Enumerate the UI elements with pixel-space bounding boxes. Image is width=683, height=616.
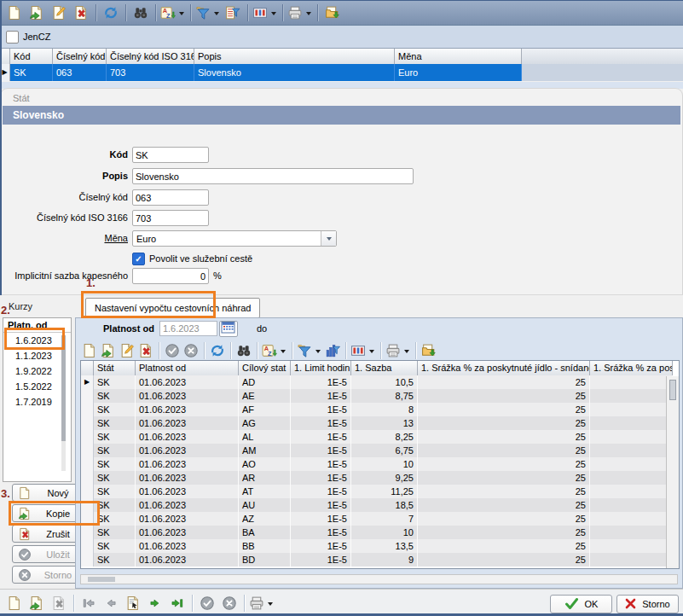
rates-cell[interactable]: 25	[418, 512, 590, 526]
rates-cell[interactable]: SK	[94, 416, 136, 430]
rates-row[interactable]: SK01.06.2023AL1E-58,2525	[81, 430, 679, 444]
kod-input[interactable]	[132, 147, 209, 163]
rates-cell[interactable]: 1E-5	[291, 403, 351, 416]
rates-cell[interactable]: AZ	[239, 512, 291, 526]
rates-cell[interactable]: 01.06.2023	[136, 553, 239, 567]
rates-cell[interactable]: 1E-5	[291, 389, 351, 403]
rates-cell[interactable]: 7	[351, 512, 418, 526]
rates-column-header[interactable]: 1. Srážka % za poskytnuté jídlo - snídan…	[418, 361, 590, 375]
rates-cell[interactable]: 01.06.2023	[136, 389, 239, 403]
rates-cell[interactable]: 25	[418, 553, 590, 567]
rates-cell[interactable]: 1E-5	[291, 539, 351, 553]
rates-cell[interactable]: 25	[418, 485, 590, 498]
rates-cell[interactable]: 01.06.2023	[136, 539, 239, 553]
new-document-button[interactable]	[3, 2, 26, 24]
delete-record-button[interactable]	[48, 592, 70, 614]
rates-column-header[interactable]: Platnost od	[136, 361, 239, 375]
rates-cell[interactable]: SK	[94, 471, 136, 485]
countries-column-header[interactable]: Číselný kód	[53, 49, 107, 64]
rates-cell[interactable]: 8,75	[351, 389, 418, 403]
rates-cell[interactable]: 9,25	[351, 471, 418, 485]
rates-cell[interactable]: SK	[94, 512, 136, 526]
rates-cell[interactable]: 13,5	[351, 539, 418, 553]
rates-cell[interactable]: 25	[418, 389, 590, 403]
rates-cell[interactable]: 25	[418, 375, 590, 389]
rates-cell[interactable]: BB	[239, 539, 291, 553]
rates-cell[interactable]: 1E-5	[291, 526, 351, 539]
rates-cell[interactable]: BA	[239, 526, 291, 539]
rates-cell[interactable]: 1E-5	[291, 471, 351, 485]
rates-row[interactable]: SK01.06.2023BD1E-5925	[81, 553, 679, 567]
rates-cell[interactable]: AF	[239, 403, 291, 416]
rates-column-header[interactable]: 1. Sazba	[351, 361, 418, 375]
filter-button[interactable]	[296, 341, 323, 360]
rates-cell[interactable]: 01.06.2023	[136, 498, 239, 512]
rates-cell[interactable]: 01.06.2023	[136, 471, 239, 485]
rates-row[interactable]: SK01.06.2023BA1E-51025	[81, 526, 679, 539]
rates-cell[interactable]	[590, 498, 673, 512]
rates-cell[interactable]: 18,5	[351, 498, 418, 512]
rates-cell[interactable]: 01.06.2023	[136, 512, 239, 526]
rates-row[interactable]: SK01.06.2023BB1E-513,525	[81, 539, 679, 553]
rates-cell[interactable]: AE	[239, 389, 291, 403]
rates-cell[interactable]	[590, 471, 673, 485]
rates-cell[interactable]	[590, 375, 673, 389]
copy-record-button[interactable]	[26, 592, 48, 614]
countries-cell[interactable]: Euro	[395, 64, 522, 81]
rates-row[interactable]: SK01.06.2023AE1E-58,7525	[81, 389, 679, 403]
jencz-checkbox[interactable]	[6, 31, 19, 44]
rates-cell[interactable]: BD	[239, 553, 291, 567]
print-button[interactable]	[287, 2, 314, 24]
rates-cell[interactable]: 13	[351, 416, 418, 430]
tab-kurzy[interactable]: Kurzy	[9, 301, 32, 311]
view-record-button[interactable]	[122, 592, 144, 614]
rates-row[interactable]: SK01.06.2023AF1E-5825	[81, 403, 679, 416]
countries-cell[interactable]: 703	[107, 64, 194, 81]
rates-cell[interactable]	[590, 430, 673, 444]
rates-cell[interactable]: 1E-5	[291, 485, 351, 498]
rates-cell[interactable]	[590, 457, 673, 471]
rates-cell[interactable]: 25	[418, 498, 590, 512]
rates-cell[interactable]: 01.06.2023	[136, 444, 239, 457]
ciselny-kod-input[interactable]	[132, 189, 209, 206]
export-button[interactable]	[321, 2, 344, 24]
rates-column-header[interactable]: 1. Srážka % za pos	[590, 361, 673, 375]
rates-cell[interactable]: 01.06.2023	[136, 403, 239, 416]
delete-record-button[interactable]	[70, 2, 92, 24]
rates-cell[interactable]: AL	[239, 430, 291, 444]
chevron-down-icon[interactable]	[321, 231, 336, 246]
cancel-button[interactable]	[218, 592, 240, 614]
rates-cell[interactable]: 25	[418, 444, 590, 457]
export-button[interactable]	[420, 341, 438, 360]
tab-nastaveni-vypoctu[interactable]: Nastavení vypočtu cestovních náhrad	[85, 298, 260, 318]
rates-row[interactable]: SK01.06.2023AU1E-518,525	[81, 498, 679, 512]
rates-cell[interactable]: SK	[94, 389, 136, 403]
rates-cell[interactable]: 8	[351, 403, 418, 416]
print-button[interactable]	[248, 592, 275, 614]
new-document-button[interactable]	[3, 592, 26, 614]
rates-cell[interactable]	[590, 389, 673, 403]
edit-record-button[interactable]	[118, 341, 136, 360]
filter-button[interactable]	[194, 2, 222, 24]
rates-cell[interactable]: 1E-5	[291, 457, 351, 471]
rates-cell[interactable]: 10	[351, 526, 418, 539]
rates-cell[interactable]: AD	[239, 375, 291, 389]
delete-record-button[interactable]	[136, 341, 155, 360]
filter-settings-button[interactable]	[222, 2, 244, 24]
rates-cell[interactable]: 01.06.2023	[136, 375, 239, 389]
calendar-button[interactable]	[219, 321, 238, 337]
copy-record-button[interactable]	[26, 2, 48, 24]
rates-column-header[interactable]: 1. Limit hodin	[291, 361, 351, 375]
countries-column-header[interactable]: Měna	[395, 49, 522, 64]
edit-record-button[interactable]	[48, 2, 70, 24]
sort-az-button[interactable]: AZ	[261, 341, 288, 360]
rates-column-header[interactable]: Cílový stat	[239, 361, 291, 375]
rates-row[interactable]: SK01.06.2023AM1E-56,7525	[81, 444, 679, 457]
rates-cell[interactable]: AU	[239, 498, 291, 512]
platnost-od-input[interactable]	[159, 321, 217, 336]
nav-first-button[interactable]	[78, 592, 100, 614]
mena-select[interactable]: Euro	[132, 230, 337, 247]
search-binoculars-button[interactable]	[234, 341, 253, 360]
countries-column-header[interactable]: Kód	[10, 49, 53, 64]
rates-cell[interactable]: 10,5	[351, 375, 418, 389]
